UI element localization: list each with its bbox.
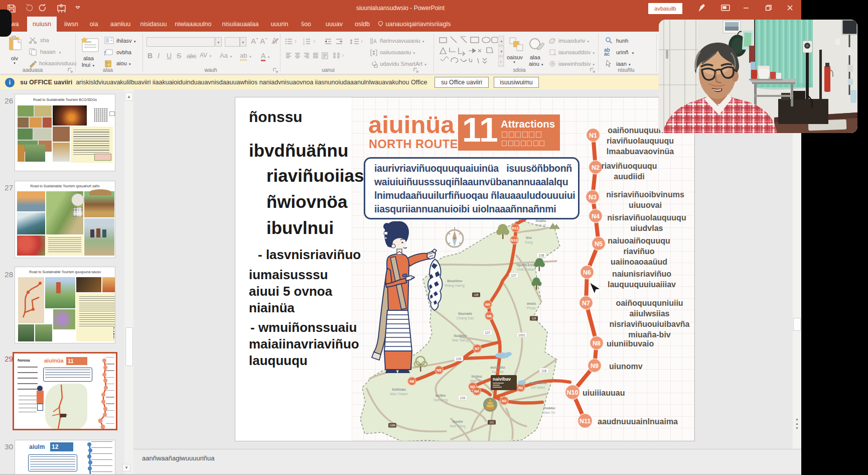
svg-text:N9: N9 [591,363,599,370]
svg-text:N6: N6 [409,379,414,384]
svg-text:Mae Taeng: Mae Taeng [452,338,468,342]
svg-text:Fang: Fang [525,241,533,245]
svg-text:lquds1nis: lquds1nis [516,263,535,267]
svg-text:3: 3 [303,43,305,46]
svg-text:Mae Wang: Mae Wang [450,424,466,428]
svg-text:107: 107 [485,331,491,334]
svg-text:118: 118 [541,369,547,373]
svg-text:N11: N11 [580,418,591,425]
svg-text:naivibav: naivibav [493,377,511,382]
svg-text:N9: N9 [485,302,490,307]
svg-text:Mae Rim: Mae Rim [470,379,483,383]
svg-text:ibuviinv: ibuviinv [447,279,463,283]
svg-text:iiuisu: iiuisu [472,374,482,379]
svg-text:iiuaau: iiuaau [543,406,555,410]
svg-text:iiuoiv: iiuoiv [453,419,463,424]
svg-text:109: 109 [456,357,462,361]
svg-text:107: 107 [511,274,517,277]
svg-text:auursiu: auursiu [491,365,505,370]
svg-text:N2: N2 [502,399,507,403]
svg-text:109: 109 [460,396,466,400]
svg-text:N10: N10 [567,389,578,396]
svg-text:N11: N11 [512,226,518,230]
svg-text:=: = [500,60,502,64]
svg-text:wsio: wsio [526,301,536,306]
svg-text:thv: thv [526,235,532,240]
svg-text:N6: N6 [583,269,591,276]
svg-text:Wiang Haeng: Wiang Haeng [445,284,465,288]
svg-text:iiuiimv: iiuiimv [454,333,467,338]
svg-text:N7: N7 [475,346,480,351]
svg-text:N4: N4 [474,389,479,394]
svg-text:N10: N10 [511,238,518,243]
svg-text:1088: 1088 [389,424,395,427]
svg-text:▲: ▲ [500,39,503,43]
svg-text:Phrao: Phrao [527,306,536,310]
svg-text:aauasiña: aauasiña [529,381,547,385]
svg-text:▼: ▼ [500,50,503,53]
svg-text:San Sai: San Sai [492,370,504,374]
svg-text:A: A [373,39,377,44]
svg-text:Mae On: Mae On [543,411,555,414]
svg-text:Mae Ai: Mae Ai [536,223,546,227]
svg-text:asibv: asibv [436,393,446,398]
svg-text:1001: 1001 [518,333,526,337]
svg-text:N7: N7 [582,300,590,307]
svg-text:Samoeng: Samoeng [433,398,448,402]
svg-text:N4: N4 [592,213,600,220]
svg-text:N8: N8 [593,340,601,347]
svg-text:iiuiioau: iiuiioau [392,387,406,392]
svg-text:N5: N5 [437,368,442,373]
svg-text:N8: N8 [487,314,492,318]
svg-text:Doi Saket: Doi Saket [531,386,545,389]
svg-text:N3: N3 [589,194,597,201]
svg-text:Chiang Dao: Chiang Dao [457,316,474,320]
svg-text:N1: N1 [518,386,523,390]
svg-text:108: 108 [474,293,478,296]
svg-text:118: 118 [532,317,536,320]
svg-text:121: 121 [489,421,494,424]
svg-text:ibuvaio: ibuvaio [458,311,472,316]
svg-text:Chai Prakan: Chai Prakan [517,268,535,271]
svg-text:Mae Chaem: Mae Chaem [390,392,407,396]
svg-text:108: 108 [539,254,544,257]
